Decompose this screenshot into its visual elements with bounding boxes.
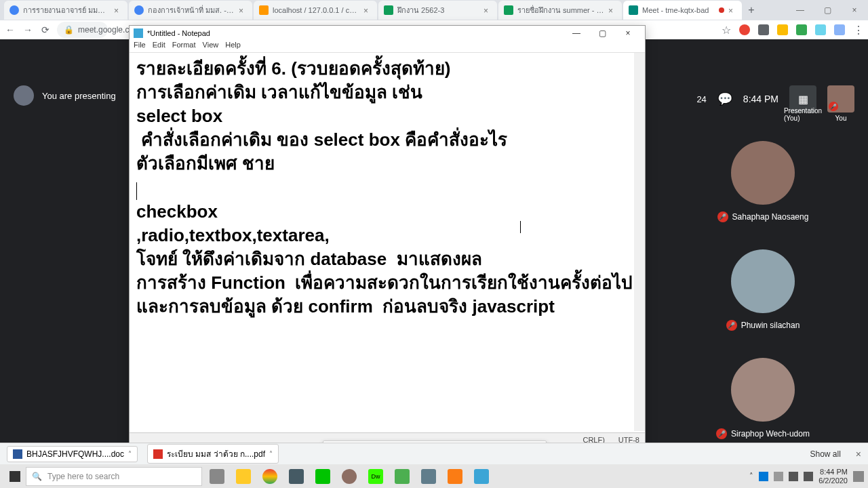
clock[interactable]: 8:44 PM 6/2/2020 <box>818 468 848 484</box>
pdf-icon <box>153 449 163 459</box>
mute-icon: 🎤 <box>716 428 727 439</box>
search-input[interactable]: 🔍 Type here to search <box>26 467 202 486</box>
browser-tab[interactable]: กองการเจ้าหน้าที่ มมส. - Google × <box>129 1 252 20</box>
ext-icon[interactable] <box>758 24 769 35</box>
chevron-icon[interactable]: ˄ <box>269 450 273 458</box>
close-button[interactable]: × <box>841 1 868 20</box>
new-tab-button[interactable]: + <box>743 2 760 18</box>
wifi-icon[interactable] <box>789 472 798 481</box>
favicon <box>629 5 638 15</box>
participant-row: 🎤 Phuwin silachan <box>671 249 854 331</box>
close-icon[interactable]: × <box>608 6 616 14</box>
menu-format[interactable]: Format <box>172 41 196 52</box>
tab-title: รายชื่อฝึกงาน summer - Goog <box>517 4 604 16</box>
tray-chevron-icon[interactable]: ˄ <box>749 472 753 481</box>
participant-row: 🎤 Sahaphap Naosaeng <box>671 141 854 222</box>
close-icon[interactable]: × <box>363 6 372 14</box>
line-button[interactable] <box>311 466 335 487</box>
lock-icon: 🔒 <box>64 25 74 35</box>
star-icon[interactable]: ☆ <box>722 24 731 37</box>
close-button[interactable]: × <box>615 26 641 41</box>
xampp-button[interactable] <box>443 466 467 487</box>
close-icon[interactable]: × <box>728 6 736 14</box>
notepad-button[interactable] <box>469 466 494 487</box>
browser-tab[interactable]: ฝึกงาน 2562-3 × <box>378 1 497 20</box>
tile-label: You <box>835 115 847 122</box>
editor-line: รายละเอียดครั้งที่ 6. (รวบยอดครั้งสุดท้า… <box>136 57 638 81</box>
notepad-titlebar[interactable]: *Untitled - Notepad — ▢ × <box>130 26 645 41</box>
browser-tab-active[interactable]: Meet - tme-kqtx-bad × <box>623 1 742 20</box>
close-icon[interactable]: × <box>114 6 122 14</box>
show-all-button[interactable]: Show all <box>810 449 840 459</box>
tray-icon[interactable] <box>759 472 768 481</box>
avatar <box>731 249 795 313</box>
close-icon[interactable]: × <box>239 6 247 14</box>
menu-view[interactable]: View <box>203 41 219 52</box>
maximize-button[interactable]: ▢ <box>589 26 615 41</box>
app-button[interactable] <box>416 466 441 487</box>
scrollbar[interactable] <box>634 53 645 431</box>
forward-button[interactable]: → <box>22 24 34 36</box>
favicon <box>134 5 144 15</box>
tab-title: Meet - tme-kqtx-bad <box>642 6 715 14</box>
download-item[interactable]: ระเบียบ มมส ว่าด้วย ก....pdf ˄ <box>147 444 279 464</box>
search-placeholder: Type here to search <box>47 472 119 481</box>
ext-icon[interactable] <box>796 24 807 35</box>
participant-name: Siraphop Wech-udom <box>731 429 810 439</box>
ext-icon[interactable] <box>777 24 788 35</box>
reload-button[interactable]: ⟳ <box>39 24 52 36</box>
favicon <box>259 5 269 15</box>
notepad-icon <box>134 28 143 38</box>
download-bar: BHJASFJHVFQWHJ....doc ˄ ระเบียบ มมส ว่าด… <box>0 443 868 464</box>
ext-icon[interactable] <box>815 24 826 35</box>
maximize-button[interactable]: ▢ <box>814 1 841 20</box>
favicon <box>384 5 393 15</box>
url-text: meet.google.c <box>78 25 129 35</box>
chevron-icon[interactable]: ˄ <box>128 450 132 458</box>
chrome-button[interactable] <box>258 466 282 487</box>
profile-avatar[interactable] <box>834 24 845 35</box>
app-button[interactable] <box>390 466 414 487</box>
notepad-window: *Untitled - Notepad — ▢ × File Edit Form… <box>129 25 646 447</box>
browser-tab[interactable]: รายชื่อฝึกงาน summer - Goog × <box>498 1 622 20</box>
doc-icon <box>13 449 22 459</box>
dreamweaver-button[interactable]: Dw <box>363 466 388 487</box>
presenting-label: You are presenting <box>42 91 116 101</box>
editor-line: การเลือกค่าเดิม เวลาแก้ไขข้อมูล เช่น <box>136 81 638 104</box>
app-button[interactable] <box>337 466 361 487</box>
text-cursor <box>136 182 137 200</box>
minimize-button[interactable]: — <box>564 26 589 41</box>
back-button[interactable]: ← <box>4 24 16 36</box>
download-item[interactable]: BHJASFJHVFQWHJ....doc ˄ <box>7 446 138 462</box>
file-explorer-button[interactable] <box>231 466 256 487</box>
task-view-button[interactable] <box>205 466 229 487</box>
tab-title: localhost / 127.0.0.1 / covid_ <box>273 6 359 14</box>
tray-icon[interactable] <box>774 472 783 481</box>
minimize-button[interactable]: — <box>787 1 814 20</box>
menu-file[interactable]: File <box>134 41 146 52</box>
app-button[interactable] <box>284 466 309 487</box>
close-icon[interactable]: × <box>856 449 861 460</box>
chat-icon[interactable]: 💬 <box>717 92 732 106</box>
favicon <box>504 5 513 15</box>
ext-icon[interactable] <box>739 24 750 35</box>
participant-row: 🎤 Siraphop Wech-udom <box>671 358 854 439</box>
presentation-tile[interactable]: ▦ Presentation(You) <box>789 85 816 113</box>
menu-help[interactable]: Help <box>225 41 241 52</box>
start-button[interactable] <box>4 466 26 487</box>
tile-label: Presentation <box>784 107 822 115</box>
notepad-editor[interactable]: รายละเอียดครั้งที่ 6. (รวบยอดครั้งสุดท้า… <box>130 53 645 432</box>
volume-icon[interactable] <box>804 472 813 481</box>
taskbar-apps: Dw <box>205 466 494 487</box>
browser-tab[interactable]: localhost / 127.0.0.1 / covid_ × <box>254 1 377 20</box>
menu-icon[interactable]: ⋮ <box>853 24 864 37</box>
notifications-button[interactable] <box>853 471 864 482</box>
self-tile[interactable]: 🎤 You <box>827 85 854 113</box>
browser-tab[interactable]: การรายงานอาจารย์ มมส. - Google × <box>4 1 127 20</box>
tab-title: กองการเจ้าหน้าที่ มมส. - Google <box>148 4 235 16</box>
extensions: ☆ ⋮ <box>722 24 864 37</box>
menu-edit[interactable]: Edit <box>153 41 165 52</box>
close-icon[interactable]: × <box>484 6 492 14</box>
omnibox[interactable]: 🔒 meet.google.c <box>57 22 108 38</box>
tile-sub: (You) <box>784 115 800 122</box>
